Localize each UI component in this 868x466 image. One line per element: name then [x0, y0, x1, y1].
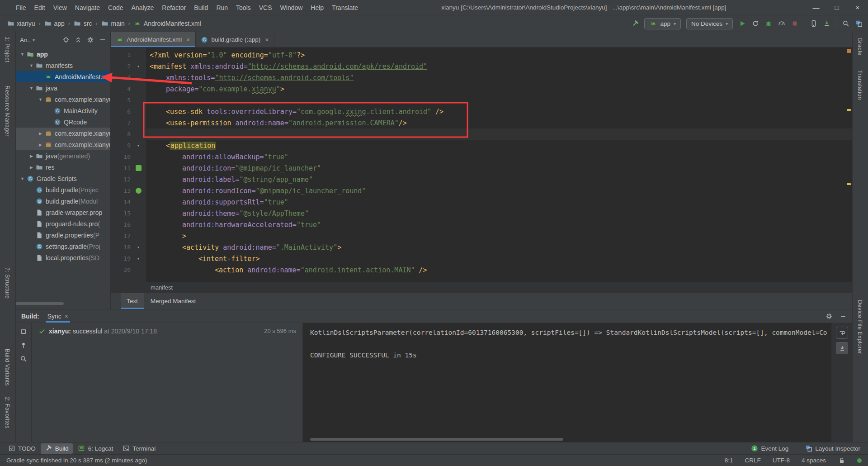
- tree-item-proguard-rules.pro[interactable]: proguard-rules.pro (: [16, 218, 110, 229]
- code-line-13[interactable]: 13android:roundIcon="@mipmap/ic_launcher…: [111, 185, 852, 196]
- code-line-4[interactable]: 4package="com.example.xianyu">: [111, 83, 852, 95]
- close-tab-icon[interactable]: ×: [186, 36, 190, 43]
- maximize-button[interactable]: □: [826, 4, 847, 11]
- tree-arrow-icon[interactable]: ▶: [28, 154, 35, 158]
- build-hammer-icon[interactable]: [631, 20, 639, 28]
- toolwindow-build[interactable]: Build: [41, 443, 73, 454]
- stripe-project[interactable]: 1: Project: [4, 37, 10, 62]
- tree-item-res[interactable]: ▶res: [16, 162, 110, 173]
- debug-button[interactable]: [764, 20, 772, 28]
- stripe-resource-manager[interactable]: Resource Manager: [4, 86, 10, 137]
- code-line-15[interactable]: 15android:theme="@style/AppTheme": [111, 208, 852, 219]
- menu-window[interactable]: Window: [276, 0, 307, 15]
- code-line-18[interactable]: 18▾<activity android:name=".MainActivity…: [111, 242, 852, 253]
- view-tab-Text[interactable]: Text: [121, 293, 144, 309]
- code-line-11[interactable]: 11android:icon="@mipmap/ic_launcher": [111, 162, 852, 174]
- menu-run[interactable]: Run: [212, 0, 232, 15]
- tree-item-com.example.xianyu[interactable]: ▶com.example.xianyu: [16, 128, 110, 139]
- tree-item-gradle-wrapper.prop[interactable]: gradle-wrapper.prop: [16, 207, 110, 218]
- toolwindow-logcat[interactable]: 6: Logcat: [74, 443, 118, 454]
- close-button[interactable]: ×: [847, 4, 868, 11]
- code-line-14[interactable]: 14android:supportsRtl="true": [111, 196, 852, 208]
- menu-vcs[interactable]: VCS: [255, 0, 276, 15]
- stripe-device-file-explorer[interactable]: Device File Explorer: [857, 300, 863, 354]
- tree-arrow-icon[interactable]: ▶: [37, 143, 44, 147]
- line-separator[interactable]: CRLF: [745, 457, 760, 464]
- code-line-17[interactable]: 17>: [111, 230, 852, 242]
- profile-button[interactable]: [778, 20, 785, 28]
- run-button[interactable]: [738, 20, 746, 28]
- code-line-2[interactable]: 2▾<manifest xmlns:android="http://schema…: [111, 61, 852, 72]
- editor-breadcrumb[interactable]: manifest: [111, 282, 852, 293]
- stop-button[interactable]: [791, 20, 798, 28]
- close-icon[interactable]: ×: [65, 313, 68, 320]
- editor-tab-build.gradle (:app)[interactable]: Gbuild.gradle (:app)×: [196, 32, 274, 47]
- hide-build-button[interactable]: [839, 312, 847, 320]
- device-select[interactable]: No Devices▾: [686, 18, 733, 29]
- sdk-manager-button[interactable]: [823, 20, 830, 28]
- tree-item-local.properties[interactable]: local.properties (SD: [16, 252, 110, 263]
- soft-wrap-button[interactable]: [836, 327, 848, 339]
- code-line-20[interactable]: 20<action android:name="android.intent.a…: [111, 264, 852, 276]
- breadcrumb-src[interactable]: src: [72, 19, 94, 29]
- tree-arrow-icon[interactable]: ▼: [37, 97, 44, 102]
- tree-item-QRcode[interactable]: CQRcode: [16, 116, 110, 128]
- stripe-favorites[interactable]: 2: Favorites: [4, 397, 10, 428]
- tree-item-AndroidManifest.xml[interactable]: AndroidManifest.xml: [16, 71, 110, 82]
- menu-analyze[interactable]: Analyze: [127, 0, 158, 15]
- lock-icon[interactable]: [838, 456, 845, 464]
- fold-arrow-icon[interactable]: ▾: [131, 256, 146, 261]
- project-scrollbar[interactable]: [16, 302, 64, 305]
- tree-item-com.example.xianyu[interactable]: ▼com.example.xianyu: [16, 94, 110, 105]
- build-settings-icon[interactable]: [825, 312, 833, 320]
- tree-arrow-icon[interactable]: ▶: [37, 131, 44, 136]
- gear-icon[interactable]: [86, 36, 94, 44]
- filter-icon[interactable]: [20, 355, 28, 362]
- code-line-10[interactable]: 10android:allowBackup="true": [111, 151, 852, 162]
- search-everywhere-button[interactable]: [842, 20, 849, 28]
- tree-item-settings.gradle[interactable]: Gsettings.gradle (Proj: [16, 241, 110, 252]
- menu-build[interactable]: Build: [190, 0, 212, 15]
- breadcrumb-app[interactable]: app: [42, 19, 66, 29]
- menu-tools[interactable]: Tools: [232, 0, 255, 15]
- memory-indicator[interactable]: [857, 458, 862, 463]
- stripe-gradle[interactable]: Gradle: [857, 38, 863, 56]
- build-console[interactable]: KotlinDslScriptsParameter(correlationId=…: [303, 323, 831, 442]
- tree-arrow-icon[interactable]: ▼: [28, 86, 35, 90]
- file-encoding[interactable]: UTF-8: [773, 457, 790, 464]
- tree-arrow-icon[interactable]: ▶: [28, 165, 35, 170]
- tree-arrow-icon[interactable]: ▼: [19, 176, 26, 181]
- tree-item-MainActivity[interactable]: CMainActivity: [16, 105, 110, 116]
- code-line-5[interactable]: 5: [111, 95, 852, 106]
- code-line-19[interactable]: 19▾<intent-filter>: [111, 253, 852, 264]
- toolwindow-todo[interactable]: TODO: [4, 443, 40, 454]
- menu-view[interactable]: View: [49, 0, 71, 15]
- close-tab-icon[interactable]: ×: [265, 36, 269, 43]
- project-view-selector[interactable]: An..▾: [20, 37, 35, 43]
- code-line-12[interactable]: 12android:label="@string/app_name": [111, 174, 852, 185]
- menu-refactor[interactable]: Refactor: [158, 0, 190, 15]
- code-line-9[interactable]: 9▾<application: [111, 140, 852, 151]
- code-line-6[interactable]: 6<uses-sdk tools:overrideLibrary="com.go…: [111, 106, 852, 117]
- stripe-structure[interactable]: 7: Structure: [4, 267, 10, 299]
- menu-edit[interactable]: Edit: [30, 0, 49, 15]
- console-scrollbar[interactable]: [310, 438, 563, 441]
- code-line-16[interactable]: 16android:hardwareAccelerated="true": [111, 219, 852, 230]
- menu-translate[interactable]: Translate: [328, 0, 362, 15]
- tree-item-gradle.properties[interactable]: gradle.properties (P: [16, 229, 110, 241]
- toolwindow-terminal[interactable]: Terminal: [118, 443, 160, 454]
- apply-changes-button[interactable]: [751, 20, 759, 28]
- suspend-icon[interactable]: [20, 328, 28, 335]
- code-line-8[interactable]: 8: [111, 128, 852, 140]
- fold-arrow-icon[interactable]: ▾: [131, 143, 146, 148]
- menu-navigate[interactable]: Navigate: [71, 0, 104, 15]
- run-config-select[interactable]: app▾: [644, 18, 681, 29]
- build-result-row[interactable]: xianyu: successful at 2020/9/10 17:18: [38, 327, 302, 335]
- code-line-1[interactable]: 1<?xml version="1.0" encoding="utf-8"?>: [111, 49, 852, 61]
- layout-inspector-icon[interactable]: [855, 20, 863, 28]
- tree-item-build.gradle[interactable]: Gbuild.gradle (Projec: [16, 184, 110, 195]
- event-log-button[interactable]: 1Event Log: [746, 443, 793, 454]
- caret-position[interactable]: 8:1: [725, 457, 733, 464]
- tree-item-java[interactable]: ▼java: [16, 82, 110, 94]
- code-line-7[interactable]: 7<uses-permission android:name="android.…: [111, 117, 852, 128]
